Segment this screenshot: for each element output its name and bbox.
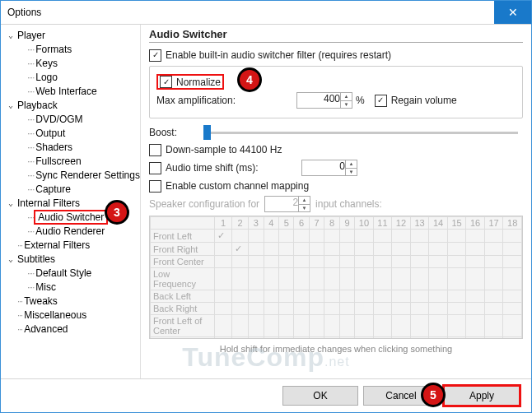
channel-cell[interactable] (264, 315, 278, 337)
channel-cell[interactable] (503, 230, 522, 243)
tree-external-filters[interactable]: ···External Filters (2, 238, 138, 252)
channel-cell[interactable] (279, 337, 294, 340)
channel-cell[interactable] (503, 290, 522, 303)
channel-cell[interactable] (215, 337, 231, 340)
downsample-checkbox[interactable] (149, 144, 161, 156)
channel-cell[interactable] (339, 268, 354, 290)
tree-web-interface[interactable]: ····Web Interface (2, 84, 138, 98)
channel-cell[interactable] (339, 243, 354, 256)
channel-cell[interactable] (410, 268, 429, 290)
tree-default-style[interactable]: ····Default Style (2, 266, 138, 280)
channel-cell[interactable] (309, 303, 324, 315)
channel-cell[interactable] (503, 243, 522, 256)
close-button[interactable]: ✕ (494, 1, 531, 24)
channel-cell[interactable] (466, 337, 485, 340)
channelmap-checkbox[interactable] (149, 180, 161, 193)
chevron-down-icon[interactable]: ⌄ (6, 254, 16, 263)
channel-cell[interactable] (429, 337, 448, 340)
slider-thumb[interactable] (203, 125, 211, 140)
tree-tweaks[interactable]: ···Tweaks (2, 294, 138, 308)
spinner-icon[interactable]: ▲▼ (340, 93, 352, 108)
tree-subtitles[interactable]: ⌄Subtitles (2, 252, 138, 266)
channel-cell[interactable] (309, 243, 324, 256)
channel-cell[interactable] (215, 315, 231, 337)
channel-cell[interactable] (484, 243, 503, 256)
channel-cell[interactable] (355, 230, 374, 243)
tree-playback[interactable]: ⌄Playback (2, 98, 138, 112)
regain-checkbox[interactable] (375, 95, 387, 107)
channel-cell[interactable] (339, 230, 354, 243)
channel-cell[interactable] (503, 303, 522, 315)
tree-logo[interactable]: ····Logo (2, 70, 138, 84)
channel-cell[interactable] (309, 337, 324, 340)
channel-cell[interactable] (429, 243, 448, 256)
channel-cell[interactable] (249, 290, 264, 303)
channel-cell[interactable] (231, 337, 248, 340)
channel-cell[interactable] (484, 290, 503, 303)
channel-cell[interactable] (309, 290, 324, 303)
channel-cell[interactable] (324, 243, 339, 256)
apply-button[interactable]: Apply (444, 386, 520, 406)
tree-player[interactable]: ⌄Player (2, 28, 138, 42)
channel-cell[interactable] (309, 256, 324, 268)
channel-cell[interactable] (249, 315, 264, 337)
channel-cell[interactable] (264, 303, 278, 315)
channel-cell[interactable] (294, 315, 309, 337)
channel-cell[interactable] (429, 315, 448, 337)
channel-cell[interactable] (484, 268, 503, 290)
boost-slider[interactable] (203, 132, 518, 134)
channel-cell[interactable] (447, 243, 466, 256)
channel-cell[interactable] (231, 268, 248, 290)
channel-cell[interactable] (294, 243, 309, 256)
channel-cell[interactable] (279, 290, 294, 303)
channel-cell[interactable] (324, 337, 339, 340)
channel-cell[interactable] (447, 303, 466, 315)
channel-cell[interactable] (309, 230, 324, 243)
channel-cell[interactable] (484, 315, 503, 337)
tree-miscellaneous[interactable]: ···Miscellaneous (2, 308, 138, 322)
tree-dvd[interactable]: ····DVD/OGM (2, 112, 138, 126)
channel-cell[interactable] (324, 230, 339, 243)
channel-cell[interactable] (339, 315, 354, 337)
channel-cell[interactable] (249, 243, 264, 256)
channel-cell[interactable] (249, 268, 264, 290)
channel-cell[interactable] (466, 315, 485, 337)
channel-cell[interactable] (294, 303, 309, 315)
channel-cell[interactable] (410, 230, 429, 243)
channel-cell[interactable] (373, 315, 392, 337)
channel-cell[interactable] (410, 337, 429, 340)
chevron-down-icon[interactable]: ⌄ (6, 30, 16, 39)
channel-cell[interactable] (410, 303, 429, 315)
channel-cell[interactable] (447, 256, 466, 268)
channel-cell[interactable] (484, 230, 503, 243)
channel-cell[interactable] (429, 268, 448, 290)
channel-cell[interactable] (410, 290, 429, 303)
channel-cell[interactable] (392, 268, 411, 290)
channel-cell[interactable] (373, 337, 392, 340)
channel-cell[interactable] (466, 268, 485, 290)
channel-cell[interactable] (279, 315, 294, 337)
channel-cell[interactable] (231, 256, 248, 268)
tree-capture[interactable]: ····Capture (2, 182, 138, 196)
channel-cell[interactable] (447, 290, 466, 303)
channel-cell[interactable] (484, 337, 503, 340)
channel-cell[interactable] (294, 230, 309, 243)
channel-cell[interactable] (264, 230, 278, 243)
channel-cell[interactable] (215, 303, 231, 315)
channel-cell[interactable] (215, 243, 231, 256)
category-tree[interactable]: ⌄Player ····Formats ····Keys ····Logo ··… (1, 25, 141, 378)
channel-cell[interactable] (231, 303, 248, 315)
channel-cell[interactable] (324, 315, 339, 337)
channel-cell[interactable] (324, 290, 339, 303)
channel-cell[interactable] (249, 256, 264, 268)
maxamp-input[interactable]: 400▲▼ (296, 92, 352, 109)
channel-cell[interactable] (447, 315, 466, 337)
channel-cell[interactable] (392, 337, 411, 340)
tree-audio-renderer[interactable]: ····Audio Renderer (2, 224, 138, 238)
channel-cell[interactable] (503, 337, 522, 340)
channel-cell[interactable] (503, 256, 522, 268)
channel-cell[interactable] (429, 303, 448, 315)
chevron-down-icon[interactable]: ⌄ (6, 198, 16, 207)
channel-cell[interactable] (355, 256, 374, 268)
channel-cell[interactable] (373, 290, 392, 303)
